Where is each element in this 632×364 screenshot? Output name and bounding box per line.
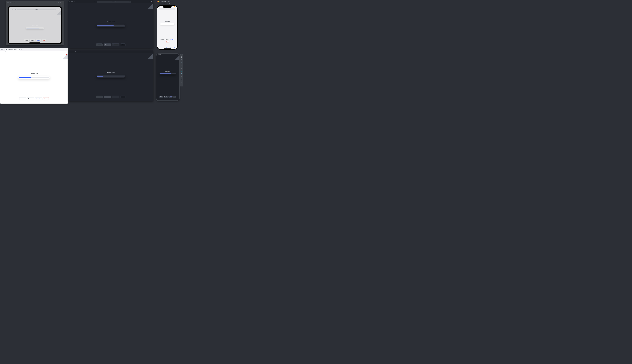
sim-record-icon[interactable]: ◉ xyxy=(58,2,58,3)
chromium-address-bar[interactable]: localhost:3000 xyxy=(77,51,83,52)
increase-button[interactable]: Increase xyxy=(24,39,29,42)
reload-icon[interactable]: ⟳ xyxy=(73,51,74,52)
forward-icon[interactable]: → xyxy=(3,51,4,52)
sim-rotate-icon[interactable]: ↻ xyxy=(169,2,170,4)
back-icon[interactable]: ← xyxy=(1,51,2,52)
reload-icon[interactable]: ⟳ xyxy=(5,51,6,52)
reset-button[interactable]: Reset xyxy=(173,96,176,98)
back-nav-icon[interactable]: ◁ xyxy=(181,76,182,78)
new-tab-icon[interactable]: ＋ xyxy=(58,9,59,10)
kebab-menu-icon[interactable]: ⋮ xyxy=(152,51,152,52)
home-indicator[interactable] xyxy=(164,48,171,49)
back-icon[interactable]: ← xyxy=(70,51,70,52)
shield-icon[interactable]: ⛨ xyxy=(7,51,8,52)
assistant-icon[interactable]: ⬤ xyxy=(150,51,150,52)
decrease-button[interactable]: Decrease xyxy=(165,39,169,40)
sidebar-icon[interactable]: ▥ xyxy=(74,2,74,2)
window-traffic-lights[interactable] xyxy=(1,49,5,50)
share-icon[interactable]: ⇪ xyxy=(57,9,57,10)
rotate-left-icon[interactable]: ⟲ xyxy=(181,65,182,66)
zoom-icon[interactable]: 🔍 xyxy=(181,73,182,75)
extensions-puzzle-icon[interactable]: ✱ xyxy=(146,51,146,52)
forward-icon[interactable]: › xyxy=(11,9,11,10)
camera-icon[interactable]: 📷 xyxy=(181,70,182,72)
sim-wand-icon[interactable]: ✦ xyxy=(54,2,54,3)
bookmark-star-icon[interactable]: ☆ xyxy=(142,51,143,52)
bookmarks-icon[interactable]: ▭ xyxy=(170,46,171,48)
home-indicator[interactable] xyxy=(30,42,40,42)
sim-rotate-icon[interactable]: ↻ xyxy=(62,2,63,3)
more-icon[interactable]: ⋯ xyxy=(181,84,182,86)
extension-icon[interactable]: ◢ xyxy=(62,51,63,52)
complete-button[interactable]: Complete xyxy=(36,39,41,42)
reload-icon[interactable]: ⟳ xyxy=(54,9,55,10)
minimize-icon[interactable]: — xyxy=(182,54,182,55)
close-icon[interactable]: ✕ xyxy=(180,54,181,55)
complete-button[interactable]: Complete xyxy=(35,98,42,100)
rotate-right-icon[interactable]: ⟳ xyxy=(181,68,182,69)
overview-nav-icon[interactable]: □ xyxy=(181,82,182,83)
back-icon[interactable]: ‹ xyxy=(77,2,77,2)
decrease-button[interactable]: Decrease xyxy=(27,98,34,100)
reset-button[interactable]: Reset xyxy=(43,98,49,100)
window-traffic-lights[interactable] xyxy=(156,1,160,2)
decrease-button[interactable]: Decrease xyxy=(104,96,111,98)
back-icon[interactable]: ‹ xyxy=(10,9,10,10)
browser-tab[interactable]: Progress | GUI Challenges ✕ xyxy=(5,49,20,50)
volume-down-icon[interactable]: 🔉 xyxy=(181,62,182,64)
text-size-icon[interactable]: AA xyxy=(15,9,16,10)
volume-up-icon[interactable]: 🔊 xyxy=(181,59,182,60)
share-icon[interactable]: ⇪ xyxy=(166,46,167,48)
install-app-icon[interactable]: ⬚ xyxy=(138,51,139,52)
power-icon[interactable]: ⏻ xyxy=(181,56,182,58)
tabs-icon[interactable]: ▣ xyxy=(174,46,175,48)
increase-button[interactable]: Increase xyxy=(96,44,103,46)
increase-button[interactable]: Increase xyxy=(96,96,103,98)
reset-button[interactable]: Reset xyxy=(120,44,126,46)
decrease-button[interactable]: Decrease xyxy=(30,39,35,42)
complete-button[interactable]: Complete xyxy=(168,96,172,98)
complete-button[interactable]: Complete xyxy=(112,96,119,98)
chevron-down-icon[interactable]: ⌄ xyxy=(76,2,76,2)
close-tab-icon[interactable]: ✕ xyxy=(19,49,20,50)
reset-button[interactable]: Reset xyxy=(120,96,126,98)
tab-overview-icon[interactable]: ▦ xyxy=(151,1,152,3)
reset-button[interactable]: Reset xyxy=(166,41,169,42)
info-icon[interactable]: ⓘ xyxy=(75,51,76,52)
hamburger-menu-icon[interactable]: ≡ xyxy=(66,51,67,52)
shield-icon[interactable]: ◐ xyxy=(94,2,94,2)
window-traffic-lights[interactable] xyxy=(7,2,11,3)
increase-button[interactable]: Increase xyxy=(159,96,163,98)
decrease-button[interactable]: Decrease xyxy=(104,44,111,46)
tabs-icon[interactable]: ▣ xyxy=(60,9,60,10)
firefox-address-bar[interactable]: ⛨ 🔒 localhost:3000 xyxy=(7,51,59,52)
reader-icon[interactable]: ≣ xyxy=(148,51,148,52)
window-traffic-lights[interactable] xyxy=(70,2,73,2)
sidebar-icon[interactable]: ▥ xyxy=(12,9,12,10)
share-icon[interactable]: ⇪ xyxy=(140,51,141,52)
safari-address-bar[interactable]: localhost ⟳ xyxy=(97,1,131,3)
forward-icon[interactable]: → xyxy=(71,51,72,52)
reset-button[interactable]: Reset xyxy=(42,39,46,42)
new-tab-icon[interactable]: ＋ xyxy=(149,1,150,3)
increase-button[interactable]: Increase xyxy=(160,39,164,40)
sim-home-icon[interactable]: ⌂ xyxy=(167,2,168,4)
extension-icon[interactable]: ◉ xyxy=(144,51,145,52)
sim-screenshot-icon[interactable]: ⧉ xyxy=(164,2,165,4)
ipad-address-bar[interactable]: localhost ⟳ xyxy=(17,9,56,10)
appearance-icon[interactable]: ◑ xyxy=(96,2,96,2)
home-nav-icon[interactable]: ○ xyxy=(181,79,182,80)
complete-button[interactable]: Complete xyxy=(170,39,174,40)
reload-icon[interactable]: ⟳ xyxy=(130,1,130,2)
sim-home-icon[interactable]: ⌂ xyxy=(60,2,60,3)
forward-icon[interactable]: › xyxy=(78,2,78,2)
decrease-button[interactable]: Decrease xyxy=(164,96,168,98)
increase-button[interactable]: Increase xyxy=(19,98,26,100)
complete-button[interactable]: Complete xyxy=(112,44,119,46)
sim-screenshot-icon[interactable]: ⧉ xyxy=(56,2,56,3)
new-tab-button[interactable]: ＋ xyxy=(21,49,22,50)
bookmark-star-icon[interactable]: ☆ xyxy=(60,51,61,52)
back-icon[interactable]: ‹ xyxy=(160,46,160,48)
extension-icon[interactable]: ✎ xyxy=(64,51,65,52)
forward-icon[interactable]: › xyxy=(163,46,163,48)
